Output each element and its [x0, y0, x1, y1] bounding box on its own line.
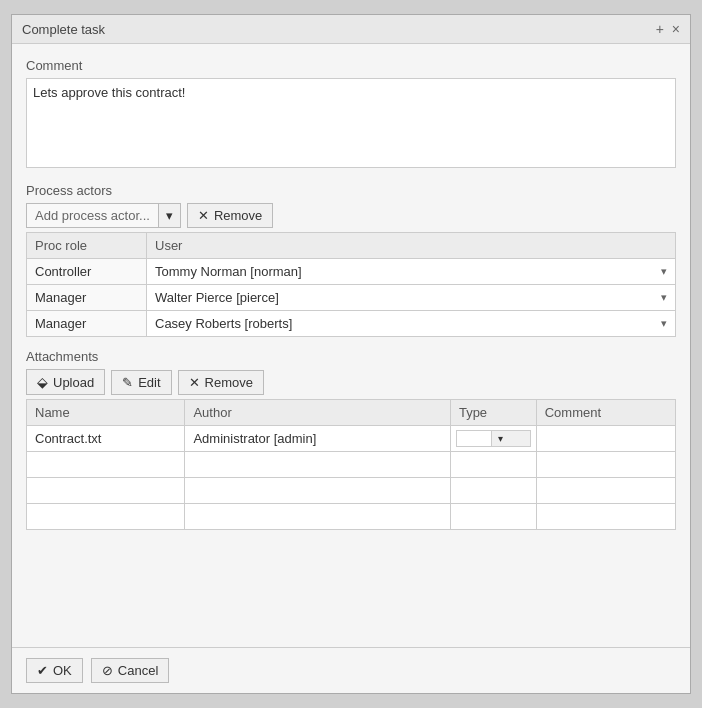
remove-attachment-button[interactable]: ✕ Remove	[178, 370, 264, 395]
user-name: Casey Roberts [roberts]	[155, 316, 292, 331]
empty-cell	[536, 478, 675, 504]
empty-cell	[27, 478, 185, 504]
user-name: Walter Pierce [pierce]	[155, 290, 279, 305]
proc-role-cell: Controller	[27, 259, 147, 285]
edit-label: Edit	[138, 375, 160, 390]
process-actors-section: Process actors Add process actor... ▾ ✕ …	[26, 183, 676, 337]
table-row: Manager Casey Roberts [roberts] ▾	[27, 311, 676, 337]
attachments-toolbar: ⬙ Upload ✎ Edit ✕ Remove	[26, 369, 676, 395]
col-type: Type	[450, 400, 536, 426]
user-cell: Casey Roberts [roberts] ▾	[147, 311, 676, 337]
edit-icon: ✎	[122, 375, 133, 390]
remove-attachment-label: Remove	[205, 375, 253, 390]
empty-row	[27, 478, 676, 504]
col-comment: Comment	[536, 400, 675, 426]
process-actors-table: Proc role User Controller Tommy Norman […	[26, 232, 676, 337]
type-dropdown[interactable]: ▾	[456, 430, 531, 447]
ok-label: OK	[53, 663, 72, 678]
remove-x-icon: ✕	[198, 208, 209, 223]
plus-icon[interactable]: +	[656, 21, 664, 37]
attachments-header-row: Name Author Type Comment	[27, 400, 676, 426]
dialog-title-bar: Complete task + ×	[12, 15, 690, 44]
file-name-cell: Contract.txt	[27, 426, 185, 452]
empty-cell	[450, 452, 536, 478]
user-dropdown-arrow[interactable]: ▾	[661, 265, 667, 278]
proc-role-cell: Manager	[27, 311, 147, 337]
col-name: Name	[27, 400, 185, 426]
remove-attachment-x-icon: ✕	[189, 375, 200, 390]
remove-label: Remove	[214, 208, 262, 223]
add-process-actor-dropdown[interactable]: Add process actor... ▾	[26, 203, 181, 228]
dialog-footer: ✔ OK ⊘ Cancel	[12, 647, 690, 693]
upload-icon: ⬙	[37, 374, 48, 390]
table-row: Controller Tommy Norman [norman] ▾	[27, 259, 676, 285]
edit-button[interactable]: ✎ Edit	[111, 370, 171, 395]
empty-cell	[450, 478, 536, 504]
attachments-table: Name Author Type Comment Contract.txt Ad…	[26, 399, 676, 530]
add-process-actor-label: Add process actor...	[27, 204, 158, 227]
comment-section: Comment Lets approve this contract!	[26, 58, 676, 171]
table-row: Manager Walter Pierce [pierce] ▾	[27, 285, 676, 311]
empty-cell	[185, 478, 450, 504]
author-cell: Administrator [admin]	[185, 426, 450, 452]
empty-cell	[185, 452, 450, 478]
upload-button[interactable]: ⬙ Upload	[26, 369, 105, 395]
empty-row	[27, 452, 676, 478]
process-actors-label: Process actors	[26, 183, 676, 198]
attachments-label: Attachments	[26, 349, 676, 364]
title-actions: + ×	[656, 21, 680, 37]
cancel-icon: ⊘	[102, 663, 113, 678]
type-value	[457, 437, 491, 441]
empty-cell	[450, 504, 536, 530]
attachments-section: Attachments ⬙ Upload ✎ Edit ✕ Remove	[26, 349, 676, 530]
user-name: Tommy Norman [norman]	[155, 264, 302, 279]
table-row: Contract.txt Administrator [admin] ▾	[27, 426, 676, 452]
proc-role-cell: Manager	[27, 285, 147, 311]
col-user: User	[147, 233, 676, 259]
comment-label: Comment	[26, 58, 676, 73]
ok-button[interactable]: ✔ OK	[26, 658, 83, 683]
close-icon[interactable]: ×	[672, 21, 680, 37]
user-cell: Walter Pierce [pierce] ▾	[147, 285, 676, 311]
empty-cell	[27, 452, 185, 478]
dialog-body: Comment Lets approve this contract! Proc…	[12, 44, 690, 647]
empty-cell	[536, 452, 675, 478]
process-actors-toolbar: Add process actor... ▾ ✕ Remove	[26, 203, 676, 228]
user-cell: Tommy Norman [norman] ▾	[147, 259, 676, 285]
dialog-title: Complete task	[22, 22, 105, 37]
add-process-actor-arrow[interactable]: ▾	[158, 204, 180, 227]
user-dropdown-arrow[interactable]: ▾	[661, 291, 667, 304]
upload-label: Upload	[53, 375, 94, 390]
type-cell: ▾	[450, 426, 536, 452]
user-dropdown-arrow[interactable]: ▾	[661, 317, 667, 330]
cancel-button[interactable]: ⊘ Cancel	[91, 658, 169, 683]
col-proc-role: Proc role	[27, 233, 147, 259]
type-arrow-icon[interactable]: ▾	[491, 431, 530, 446]
empty-cell	[536, 504, 675, 530]
remove-process-actor-button[interactable]: ✕ Remove	[187, 203, 273, 228]
empty-cell	[185, 504, 450, 530]
complete-task-dialog: Complete task + × Comment Lets approve t…	[11, 14, 691, 694]
comment-textarea[interactable]: Lets approve this contract!	[26, 78, 676, 168]
ok-check-icon: ✔	[37, 663, 48, 678]
empty-row	[27, 504, 676, 530]
comment-cell	[536, 426, 675, 452]
col-author: Author	[185, 400, 450, 426]
table-header-row: Proc role User	[27, 233, 676, 259]
empty-cell	[27, 504, 185, 530]
cancel-label: Cancel	[118, 663, 158, 678]
